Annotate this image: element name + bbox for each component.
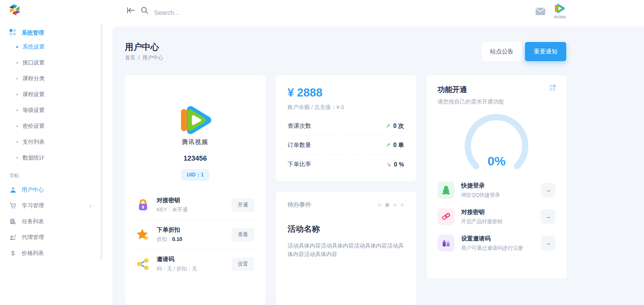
sidebar-item-course-settings[interactable]: 课程设置: [0, 87, 100, 102]
carousel-dot-active[interactable]: [385, 203, 389, 207]
page-title: 用户中心: [125, 41, 159, 53]
sidebar-item-payment-list[interactable]: 支付列表: [0, 134, 100, 150]
stat-value: 0 次: [393, 123, 404, 129]
app-logo-icon[interactable]: [7, 2, 22, 17]
row-subtitle: 折扣：0.10: [157, 236, 232, 243]
quick-login-arrow-button[interactable]: →: [541, 183, 556, 197]
row-title: 下单折扣: [157, 226, 232, 234]
sidebar: 系统管理 系统设置 接口设置 课程分类 课程设置 等级设置 密价设置 支付列表 …: [0, 0, 112, 305]
balance-caption: 账户余额 / 总充值：¥ 0: [288, 104, 404, 111]
carousel-dots: [378, 203, 404, 207]
bullet-icon: [16, 62, 18, 64]
stat-value: 0 单: [393, 142, 404, 148]
username: 123456: [125, 154, 265, 162]
todo-card: 待办事件 活动名称 活动具体内容活动具体内容活动具体内容活动具体内容活动具体内容: [276, 192, 416, 305]
sidebar-group-system-management[interactable]: 系统管理: [0, 27, 100, 39]
sidebar-collapse-icon[interactable]: [126, 6, 135, 16]
feature-subtitle: 用户可通过邀请码进行注册: [461, 245, 541, 252]
profile-row-api-key: 对接密钥 KEY：未开通 开通: [136, 190, 254, 220]
chevron-right-icon: ›: [90, 203, 91, 209]
search-icon[interactable]: [140, 6, 149, 16]
bullet-icon: [16, 94, 18, 95]
avatar-caption: 腾讯视频: [552, 15, 567, 19]
grid-icon: [10, 29, 16, 36]
feature-row-api-key: 对接密钥 开启产品对接密钥 →: [438, 203, 556, 230]
sidebar-menu: 系统管理 系统设置 接口设置 课程分类 课程设置 等级设置 密价设置 支付列表 …: [0, 27, 100, 261]
important-notice-button[interactable]: 重要通知: [525, 42, 566, 61]
breadcrumb: 首页 / 用户中心: [125, 55, 163, 61]
profile-row-discount: 下单折扣 折扣：0.10 查看: [136, 220, 254, 249]
link-icon: [438, 208, 455, 225]
sidebar-item-study-management[interactable]: 学习管理 ›: [0, 198, 100, 214]
carousel-dot[interactable]: [401, 203, 404, 207]
sidebar-item-system-settings[interactable]: 系统设置: [0, 39, 100, 55]
agents-icon: [10, 234, 16, 241]
bullet-icon: [16, 78, 18, 80]
todo-title: 待办事件: [288, 201, 311, 209]
mini-grid-icon: [550, 85, 556, 92]
uid-badge: UID：1: [181, 169, 210, 181]
bullet-icon: [16, 125, 18, 127]
lock-icon: [136, 198, 150, 212]
sidebar-item-api-settings[interactable]: 接口设置: [0, 55, 100, 71]
bullet-icon: [16, 109, 18, 111]
user-avatar[interactable]: 腾讯视频: [552, 2, 567, 19]
mail-icon[interactable]: [535, 7, 546, 17]
feature-row-quick-login: 快捷登录 绑定QQ快捷登录 →: [438, 177, 556, 203]
view-discount-button[interactable]: 查看: [232, 228, 254, 241]
trend-up-icon: ↗: [386, 142, 390, 148]
trend-up-icon: ↗: [386, 123, 390, 129]
feature-subtitle: 绑定QQ快捷登录: [461, 192, 541, 199]
balance-amount: ¥ 2888: [288, 86, 404, 99]
sidebar-item-secret-price-settings[interactable]: 密价设置: [0, 118, 100, 134]
row-subtitle: 码：无 / 折扣：无: [157, 266, 232, 272]
stat-row-orders: 订单数量 ↗0 单: [288, 136, 404, 155]
balance-card: ¥ 2888 账户余额 / 总充值：¥ 0 查课次数 ↗0 次 订单数量 ↗0 …: [276, 75, 416, 181]
search-input[interactable]: [154, 4, 375, 21]
bullet-icon: [16, 141, 18, 143]
api-key-arrow-button[interactable]: →: [541, 209, 556, 224]
invite-code-arrow-button[interactable]: →: [541, 236, 556, 250]
feature-title: 快捷登录: [461, 182, 541, 190]
sidebar-item-agent-management[interactable]: 代理管理: [0, 229, 100, 245]
features-card: 功能开通 请您按自己的需求开通功能 0%: [427, 75, 567, 278]
share-icon: [136, 257, 150, 271]
profile-rows: 对接密钥 KEY：未开通 开通 下单折扣 折扣：0.10: [125, 190, 265, 278]
set-invite-code-button[interactable]: 设置: [232, 257, 254, 271]
sidebar-scrollbar[interactable]: [100, 24, 103, 260]
cart-icon: [10, 203, 16, 209]
stat-value: 0 %: [394, 161, 404, 168]
main-panel: 用户中心 首页 / 用户中心 站点公告 重要通知 腾讯视频 123456 UID…: [112, 27, 644, 305]
row-subtitle: KEY：未开通: [157, 207, 232, 213]
stat-row-lookups: 查课次数 ↗0 次: [288, 117, 404, 136]
gift-icon: [438, 235, 455, 252]
feature-row-invite-code: 设置邀请码 用户可通过邀请码进行注册 →: [438, 230, 556, 256]
event-body: 活动具体内容活动具体内容活动具体内容活动具体内容活动具体内容: [288, 241, 404, 258]
feature-title: 对接密钥: [461, 208, 541, 216]
profile-card: 腾讯视频 123456 UID：1 对接密钥: [125, 75, 265, 305]
features-title: 功能开通: [438, 85, 504, 95]
feature-subtitle: 开启产品对接密钥: [461, 218, 541, 225]
activation-gauge: 0%: [456, 111, 537, 174]
tencent-video-wordmark: 腾讯视频: [125, 139, 265, 146]
breadcrumb-current: 用户中心: [142, 55, 163, 60]
tasks-icon: [10, 218, 16, 225]
star-icon: [136, 228, 150, 242]
sidebar-item-level-settings[interactable]: 等级设置: [0, 102, 100, 118]
carousel-dot[interactable]: [393, 203, 397, 207]
sidebar-item-data-statistics[interactable]: 数据统计: [0, 150, 100, 166]
gauge-value: 0%: [456, 154, 537, 168]
qq-penguin-icon: [438, 182, 455, 199]
sidebar-item-price-list[interactable]: $ 价格列表: [0, 245, 100, 261]
feature-title: 设置邀请码: [461, 235, 541, 243]
site-notice-button[interactable]: 站点公告: [482, 42, 522, 61]
features-subtitle: 请您按自己的需求开通功能: [438, 98, 504, 105]
sidebar-item-course-category[interactable]: 课程分类: [0, 71, 100, 87]
price-icon: $: [10, 250, 16, 257]
sidebar-item-task-list[interactable]: 任务列表: [0, 214, 100, 229]
open-key-button[interactable]: 开通: [232, 199, 254, 212]
tencent-video-logo: 腾讯视频: [125, 102, 265, 146]
sidebar-item-user-center[interactable]: 用户中心: [0, 182, 100, 198]
carousel-dot[interactable]: [378, 203, 381, 207]
breadcrumb-home[interactable]: 首页: [125, 55, 135, 60]
